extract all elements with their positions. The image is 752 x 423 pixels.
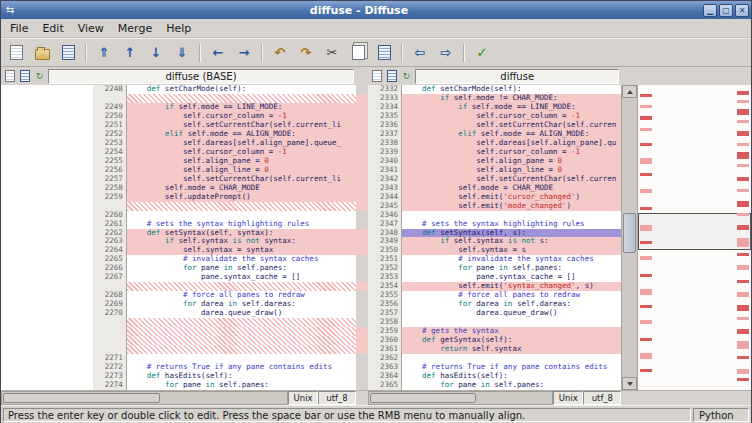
copy-selection-right-icon[interactable]: →: [232, 41, 256, 64]
code-line[interactable]: [127, 211, 356, 220]
first-difference-icon[interactable]: ⇑: [92, 41, 116, 64]
code-line[interactable]: self.emit('mode_changed'): [402, 202, 621, 211]
code-line[interactable]: [127, 202, 356, 211]
code-line[interactable]: return self.syntax: [402, 345, 621, 354]
code-row[interactable]: [93, 282, 356, 291]
redo-icon[interactable]: ↷: [294, 41, 318, 64]
code-row[interactable]: 2257 self.setCurrentChar(self.current_li: [93, 175, 356, 184]
code-row[interactable]: 2360 def getSyntax(self):: [368, 336, 621, 345]
vertical-scrollbar-thumb[interactable]: [623, 213, 636, 253]
code-line[interactable]: [127, 327, 356, 336]
code-row[interactable]: 2259 self.updatePrompt(): [93, 193, 356, 202]
code-line[interactable]: self.mode = CHAR_MODE: [127, 184, 356, 193]
shift-pane-right-icon[interactable]: ⇨: [434, 41, 458, 64]
code-row[interactable]: 2345 self.emit('mode_changed'): [368, 202, 621, 211]
code-line[interactable]: elif self.mode == ALIGN_MODE:: [402, 130, 621, 139]
code-row[interactable]: 2346: [368, 211, 621, 220]
menu-edit[interactable]: Edit: [35, 20, 70, 37]
code-row[interactable]: 2357 darea.queue_draw(): [368, 309, 621, 318]
code-row[interactable]: 2354 self.emit('syntax_changed', s): [368, 282, 621, 291]
code-row[interactable]: 2341 self.align_line = 0: [368, 166, 621, 175]
code-row[interactable]: 2266 for pane in self.panes:: [93, 264, 356, 273]
code-line[interactable]: self.cursor_column = -1: [402, 148, 621, 157]
code-line[interactable]: darea.queue_draw(): [402, 309, 621, 318]
code-row[interactable]: 2253 self.dareas[self.align_pane].queue_: [93, 139, 356, 148]
code-row[interactable]: [93, 318, 356, 327]
code-line[interactable]: if self.mode == LINE_MODE:: [127, 103, 356, 112]
code-line[interactable]: if self.mode == LINE_MODE:: [402, 103, 621, 112]
code-line[interactable]: def hasEdits(self):: [127, 372, 356, 381]
shift-pane-left-icon[interactable]: ⇦: [408, 41, 432, 64]
reload-icon[interactable]: ↻: [33, 70, 46, 83]
scroll-down-arrow-icon[interactable]: [622, 377, 637, 390]
code-row[interactable]: 2337 elif self.mode == ALIGN_MODE:: [368, 130, 621, 139]
code-row[interactable]: 2339 self.cursor_column = -1: [368, 148, 621, 157]
code-row[interactable]: 2359 # gets the syntax: [368, 327, 621, 336]
code-row[interactable]: 2348 def setSyntax(self, s):: [368, 229, 621, 238]
code-row[interactable]: [93, 202, 356, 211]
code-line[interactable]: for darea in self.dareas:: [127, 300, 356, 309]
code-row[interactable]: 2335 self.cursor_column = -1: [368, 112, 621, 121]
code-row[interactable]: 2264 self.syntax = syntax: [93, 246, 356, 255]
code-row[interactable]: 2352 for pane in self.panes:: [368, 264, 621, 273]
code-line[interactable]: self.syntax = s: [402, 246, 621, 255]
code-line[interactable]: self.mode = CHAR_MODE: [402, 184, 621, 193]
code-line[interactable]: self.align_line = 0: [127, 166, 356, 175]
code-line[interactable]: if self.syntax is not s:: [402, 237, 621, 246]
code-line[interactable]: self.cursor_column = -1: [127, 112, 356, 121]
code-row[interactable]: 2268 # force all panes to redraw: [93, 291, 356, 300]
code-line[interactable]: def setCharMode(self):: [402, 85, 621, 94]
code-line[interactable]: # sets the syntax highlighting rules: [127, 220, 356, 229]
code-line[interactable]: # returns True if any pane contains edit…: [402, 363, 621, 372]
code-line[interactable]: for pane in self.panes:: [402, 381, 621, 390]
code-line[interactable]: elif self.mode == ALIGN_MODE:: [127, 130, 356, 139]
code-line[interactable]: # returns True if any pane contains edit…: [127, 363, 356, 372]
code-row[interactable]: [93, 327, 356, 336]
open-file-icon[interactable]: [30, 41, 54, 64]
copy-selection-left-icon[interactable]: ←: [206, 41, 230, 64]
code-row[interactable]: 2364 def hasEdits(self):: [368, 372, 621, 381]
code-line[interactable]: for darea in self.dareas:: [402, 300, 621, 309]
code-row[interactable]: 2340 self.align_pane = 0: [368, 157, 621, 166]
code-row[interactable]: 2344 self.emit('cursor_changed'): [368, 193, 621, 202]
menu-help[interactable]: Help: [159, 20, 198, 37]
code-line[interactable]: self.cursor_column = -1: [402, 112, 621, 121]
code-row[interactable]: 2260: [93, 211, 356, 220]
code-line[interactable]: [402, 211, 621, 220]
code-row[interactable]: 2349 if self.syntax is not s:: [368, 237, 621, 246]
new-icon[interactable]: [370, 70, 383, 83]
scroll-up-arrow-icon[interactable]: [622, 85, 637, 98]
code-line[interactable]: if self.syntax is not syntax:: [127, 237, 356, 246]
code-line[interactable]: [127, 354, 356, 363]
code-line[interactable]: self.setCurrentChar(self.curren: [402, 175, 621, 184]
code-line[interactable]: def setSyntax(self, syntax):: [127, 229, 356, 238]
left-pane[interactable]: 2248 def setCharMode(self):2249 if self.…: [93, 85, 356, 390]
code-line[interactable]: self.dareas[self.align_pane].queue_: [127, 139, 356, 148]
code-line[interactable]: self.align_pane = 0: [127, 157, 356, 166]
code-row[interactable]: 2270 darea.queue_draw(): [93, 309, 356, 318]
code-line[interactable]: if self.mode != CHAR_MODE:: [402, 94, 621, 103]
save-icon[interactable]: [18, 70, 31, 83]
save-file-icon[interactable]: [56, 41, 80, 64]
code-row[interactable]: 2333 if self.mode != CHAR_MODE:: [368, 94, 621, 103]
right-horizontal-scrollbar[interactable]: [368, 391, 553, 405]
code-row[interactable]: [93, 94, 356, 103]
code-line[interactable]: pane.syntax_cache = []: [127, 273, 356, 282]
code-line[interactable]: for pane in self.panes:: [127, 264, 356, 273]
code-row[interactable]: 2355 # force all panes to redraw: [368, 291, 621, 300]
paste-icon[interactable]: [372, 41, 396, 64]
code-row[interactable]: 2365 for pane in self.panes:: [368, 381, 621, 390]
code-line[interactable]: darea.queue_draw(): [127, 309, 356, 318]
code-row[interactable]: 2261 # sets the syntax highlighting rule…: [93, 220, 356, 229]
code-row[interactable]: 2263 if self.syntax is not syntax:: [93, 237, 356, 246]
right-pane[interactable]: 2332 def setCharMode(self):2333 if self.…: [368, 85, 621, 390]
new-file-icon[interactable]: [4, 41, 28, 64]
code-row[interactable]: 2248 def setCharMode(self):: [93, 85, 356, 94]
code-row[interactable]: 2254 self.cursor_column = -1: [93, 148, 356, 157]
left-horizontal-scrollbar-thumb[interactable]: [3, 393, 160, 403]
code-row[interactable]: 2249 if self.mode == LINE_MODE:: [93, 103, 356, 112]
code-row[interactable]: 2273 def hasEdits(self):: [93, 372, 356, 381]
code-row[interactable]: 2255 self.align_pane = 0: [93, 157, 356, 166]
cut-icon[interactable]: ✂: [320, 41, 344, 64]
code-row[interactable]: 2334 if self.mode == LINE_MODE:: [368, 103, 621, 112]
